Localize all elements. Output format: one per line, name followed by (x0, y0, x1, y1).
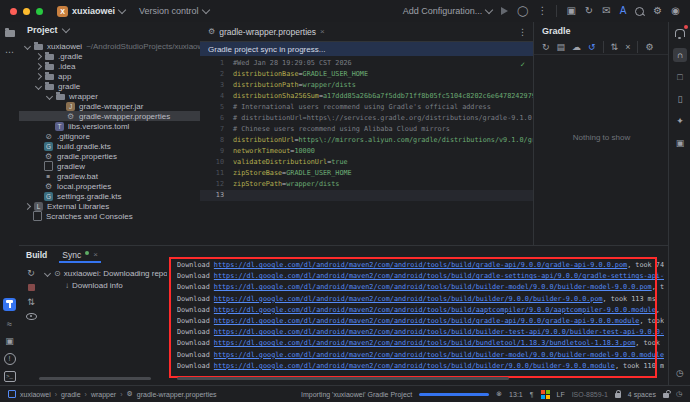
code-editor[interactable]: ✓ 1#Wed Jan 28 19:29:05 CST 20262distrib… (200, 56, 533, 201)
gradle-tasks-icon[interactable]: ▤ (557, 42, 566, 52)
inspections-check-icon[interactable]: ✓ (520, 59, 525, 70)
feedback-icon[interactable]: ✉ (602, 6, 610, 16)
restart-sync-icon[interactable]: ↻ (27, 268, 35, 278)
tree-item-app[interactable]: app (19, 71, 200, 81)
vcs-widget[interactable]: Version control (139, 6, 209, 16)
chevron-right-icon[interactable] (35, 72, 42, 79)
close-window-button[interactable] (10, 8, 17, 15)
editor-tab[interactable]: ⚙ gradle-wrapper.properties × (200, 22, 333, 41)
chevron-down-icon[interactable] (24, 42, 31, 49)
download-link[interactable]: https://dl.google.com/dl/android/maven2/… (214, 272, 664, 280)
chevron-down-icon[interactable] (35, 82, 42, 89)
minimize-window-button[interactable] (23, 8, 30, 15)
build-tree-item[interactable]: ⊙xuxiaowei: Downloading repository-32.8 … (43, 267, 167, 279)
project-panel-header[interactable]: Project (19, 22, 200, 38)
sync-tab[interactable]: Sync × (59, 246, 101, 263)
download-link[interactable]: https://dl.google.com/dl/android/maven2/… (214, 351, 664, 359)
run-button[interactable] (501, 7, 508, 15)
project-widget[interactable]: X xuxiaowei (57, 6, 125, 17)
tree-item-gradlew[interactable]: gradlew (19, 161, 200, 171)
breadcrumb-item[interactable]: wrapper (91, 391, 116, 398)
caret-position[interactable]: 13:1 (509, 391, 523, 398)
problems-tool-icon[interactable]: ! (3, 352, 16, 365)
line-ending[interactable]: LF (557, 391, 565, 398)
settings-gear-icon[interactable]: ⚙ (653, 6, 662, 16)
download-link[interactable]: https://dl.google.com/dl/android/maven2/… (214, 328, 664, 336)
colored-grid-plugin-icon[interactable] (541, 390, 550, 399)
build-panel-title[interactable]: Build (26, 250, 47, 260)
chevron-down-icon[interactable] (46, 92, 53, 99)
sync-project-icon[interactable]: ↻ (585, 6, 593, 16)
build-tool-icon[interactable] (3, 298, 16, 311)
app-insights-icon[interactable]: ▣ (673, 136, 687, 150)
more-options-icon[interactable]: ⋮ (537, 6, 547, 16)
eye-icon[interactable] (26, 313, 37, 320)
chevron-right-icon[interactable] (35, 52, 42, 59)
download-link[interactable]: https://dl.google.com/dl/android/maven2/… (214, 317, 640, 325)
unlock-icon[interactable] (663, 393, 669, 398)
power-save-icon[interactable]: ◷ (676, 390, 682, 398)
download-link[interactable]: https://dl.google.com/dl/android/maven2/… (214, 295, 603, 303)
breadcrumb-item[interactable]: xuxiaowei (20, 391, 51, 398)
tree-item-external-libraries[interactable]: LExternal Libraries (19, 201, 200, 211)
download-link[interactable]: https://dl.google.com/dl/android/maven2/… (214, 261, 627, 269)
build-tree-item[interactable]: ↓Download info (43, 279, 167, 291)
chevron-down-icon[interactable] (44, 269, 51, 276)
stop-icon[interactable] (28, 284, 35, 291)
terminal-tool-icon[interactable]: >_ (3, 369, 16, 382)
editor-options-icon[interactable]: ⋮ (518, 27, 533, 37)
window-controls[interactable] (10, 8, 43, 15)
ai-assistant-icon[interactable]: ✦ (673, 114, 687, 128)
logcat-tool-icon[interactable]: ≈ (3, 318, 16, 331)
device-explorer-icon[interactable]: ▣ (3, 335, 16, 348)
gradle-sync-icon[interactable]: ↻ (542, 42, 550, 52)
more-tools-icon[interactable]: ⋯ (3, 46, 16, 59)
translate-icon[interactable]: A (620, 6, 627, 16)
gradle-settings-icon[interactable]: ⚙ (645, 42, 653, 52)
breadcrumb-item[interactable]: gradle (61, 391, 80, 398)
tree-item-wrapper[interactable]: wrapper (19, 91, 200, 101)
tree-item-build-gradle-kts[interactable]: Gbuild.gradle.kts (19, 141, 200, 151)
maximize-window-button[interactable] (36, 8, 43, 15)
download-link[interactable]: https://dl.google.com/dl/android/maven2/… (214, 283, 652, 291)
tree-item--gradle[interactable]: .gradle (19, 51, 200, 61)
soft-wrap-icon[interactable]: ¶ (530, 391, 534, 398)
tree-item-gradle[interactable]: gradle (19, 81, 200, 91)
tree-item-local-properties[interactable]: ⚙local.properties (19, 181, 200, 191)
notifications-icon[interactable] (673, 26, 687, 40)
tree-item-gradle-properties[interactable]: ⚙gradle.properties (19, 151, 200, 161)
profiler-icon[interactable]: ◯ (517, 6, 528, 16)
running-devices-icon[interactable]: □ (673, 70, 687, 84)
close-panel-icon[interactable]: × (625, 42, 630, 52)
chevron-right-icon[interactable] (24, 202, 31, 209)
tree-item-xuxiaowei[interactable]: xuxiaowei~/AndroidStudioProjects/xuxiaow… (19, 41, 200, 51)
tree-item-scratches-and-consoles[interactable]: Scratches and Consoles (19, 211, 200, 221)
project-tool-icon[interactable] (3, 28, 16, 41)
device-manager-icon[interactable]: ▯ (673, 92, 687, 106)
close-tab-icon[interactable]: × (320, 27, 325, 36)
download-link[interactable]: https://dl.google.com/dl/android/maven2/… (214, 362, 615, 370)
tree-item-gradlew-bat[interactable]: ≡gradlew.bat (19, 171, 200, 181)
chevron-right-icon[interactable] (35, 62, 42, 69)
console-scrollbar[interactable] (177, 377, 509, 380)
reimport-icon[interactable]: ↺ (588, 42, 596, 52)
tree-item--gitignore[interactable]: ⊘.gitignore (19, 131, 200, 141)
history-clock-icon[interactable]: ◷ (673, 366, 687, 380)
tree-item--idea[interactable]: .idea (19, 61, 200, 71)
close-tab-icon[interactable]: × (93, 250, 98, 259)
run-configuration-selector[interactable]: Add Configuration... (403, 6, 493, 16)
tree-item-libs-versions-toml[interactable]: Tlibs.versions.toml (19, 121, 200, 131)
file-encoding[interactable]: ISO-8859-1 (572, 391, 608, 398)
build-variants-icon[interactable]: ▣ (566, 6, 575, 16)
download-link[interactable]: https://dl.google.com/dl/android/maven2/… (214, 306, 656, 314)
profile-icon[interactable]: ◉ (671, 6, 680, 16)
offline-mode-icon[interactable]: ☁ (572, 42, 581, 52)
tree-item-settings-gradle-kts[interactable]: Gsettings.gradle.kts (19, 191, 200, 201)
tree-item-gradle-wrapper-jar[interactable]: Jgradle-wrapper.jar (19, 101, 200, 111)
search-icon[interactable] (635, 7, 644, 16)
download-link[interactable]: https://dl.google.com/dl/android/maven2/… (214, 339, 635, 347)
collapse-all-icon[interactable]: ⇅ (611, 42, 619, 52)
tree-item-gradle-wrapper-properties[interactable]: ⚙gradle-wrapper.properties (19, 111, 200, 121)
build-console[interactable]: Download https://dl.google.com/dl/androi… (169, 260, 664, 376)
cancel-progress-icon[interactable]: ⊗ (496, 390, 502, 398)
